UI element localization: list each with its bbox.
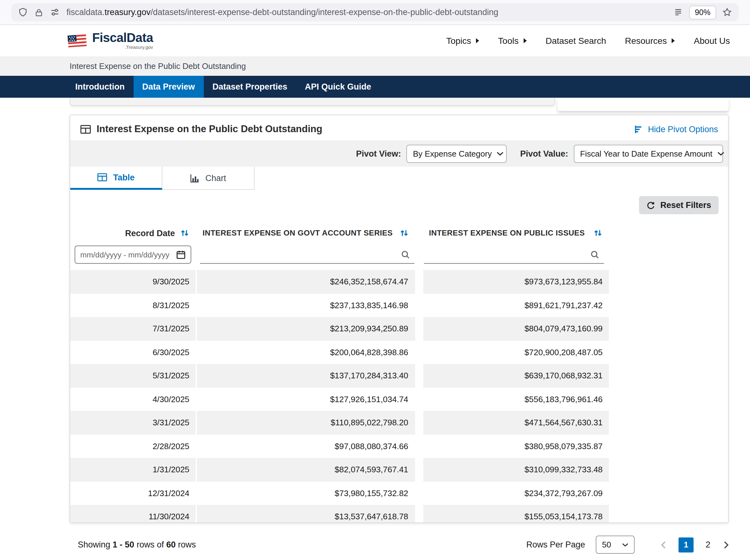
showing-total: 60	[166, 540, 176, 549]
page-2-button[interactable]: 2	[702, 540, 714, 549]
nav-label: Dataset Search	[546, 36, 606, 46]
column-label: INTEREST EXPENSE ON PUBLIC ISSUES	[429, 229, 585, 237]
public-issues-cell: $973,673,123,955.84	[423, 270, 609, 293]
reader-mode-icon[interactable]	[673, 7, 683, 17]
rows-per-page-value: 50	[602, 540, 611, 549]
search-icon[interactable]	[590, 250, 599, 259]
showing-rows-text: Showing 1 - 50 rows of 60 rows	[70, 540, 196, 549]
nav-item-dataset-search[interactable]: Dataset Search	[546, 36, 606, 46]
record-date-cell: 4/30/2025	[70, 388, 196, 411]
sort-icon[interactable]	[593, 229, 603, 237]
pivot-chart-icon	[634, 124, 644, 134]
scrolled-card-bottom	[557, 98, 729, 111]
tab-data-preview[interactable]: Data Preview	[133, 76, 203, 98]
chevron-right-icon	[672, 38, 675, 43]
bookmark-star-icon[interactable]	[723, 7, 732, 17]
calendar-icon[interactable]	[176, 250, 185, 259]
govt-account-series-search-input[interactable]	[204, 250, 401, 259]
refresh-icon	[647, 201, 655, 209]
address-url[interactable]: fiscaldata.treasury.gov/datasets/interes…	[66, 7, 667, 17]
govt-account-series-cell: $97,088,080,374.66	[197, 434, 415, 458]
column-label: Record Date	[125, 228, 175, 238]
logo-title: FiscalData	[92, 31, 153, 44]
shield-icon[interactable]	[18, 7, 27, 17]
nav-label: Topics	[446, 36, 471, 46]
breadcrumb-text: Interest Expense on the Public Debt Outs…	[70, 61, 246, 71]
pagination-controls: Rows Per Page 50 1 2	[526, 536, 729, 554]
tab-api-quick-guide[interactable]: API Quick Guide	[296, 76, 380, 98]
sort-icon[interactable]	[180, 229, 190, 237]
tab-chart-view[interactable]: Chart	[162, 167, 255, 190]
public-issues-filter[interactable]	[424, 246, 604, 264]
tab-table-view[interactable]: Table	[70, 167, 162, 190]
reset-filters-button[interactable]: Reset Filters	[639, 196, 719, 214]
table-row: 5/31/2025$137,170,284,313.40$639,170,068…	[70, 364, 728, 388]
date-range-input[interactable]	[80, 250, 173, 259]
public-issues-cell: $380,958,079,335.87	[423, 434, 609, 458]
site-header: FiscalData .Treasury.gov Topics Tools Da…	[0, 25, 750, 56]
sort-icon[interactable]	[399, 229, 409, 237]
column-header-govt-account-series: INTEREST EXPENSE ON GOVT ACCOUNT SERIES	[197, 229, 415, 237]
nav-item-topics[interactable]: Topics	[446, 36, 479, 46]
table-grid-icon	[98, 173, 107, 182]
table-row: 2/28/2025$97,088,080,374.66$380,958,079,…	[70, 434, 728, 458]
public-issues-search-input[interactable]	[428, 250, 590, 259]
nav-item-about-us[interactable]: About Us	[694, 36, 730, 46]
record-date-cell: 2/28/2025	[70, 434, 196, 458]
rows-per-page-select[interactable]: 50	[596, 536, 635, 554]
pager: 1 2	[661, 537, 729, 552]
record-date-cell: 1/31/2025	[70, 458, 196, 481]
previous-page-button[interactable]	[661, 541, 666, 548]
permissions-sliders-icon[interactable]	[50, 7, 60, 17]
tab-introduction[interactable]: Introduction	[66, 76, 133, 98]
data-preview-card: Interest Expense on the Public Debt Outs…	[70, 115, 729, 523]
nav-item-resources[interactable]: Resources	[625, 36, 675, 46]
nav-item-tools[interactable]: Tools	[498, 36, 527, 46]
govt-account-series-cell: $82,074,593,767.41	[197, 458, 415, 481]
next-page-button[interactable]	[724, 541, 729, 548]
record-date-cell: 8/31/2025	[70, 293, 196, 317]
page-1-button[interactable]: 1	[678, 537, 694, 552]
public-issues-cell: $891,621,791,237.42	[423, 293, 609, 317]
public-issues-cell: $310,099,332,733.48	[423, 458, 609, 481]
view-tabs: Table Chart	[70, 167, 728, 190]
table-row: 1/31/2025$82,074,593,767.41$310,099,332,…	[70, 458, 728, 481]
zoom-level-badge[interactable]: 90%	[690, 6, 715, 19]
chevron-down-icon	[622, 543, 628, 546]
record-date-cell: 12/31/2024	[70, 481, 196, 505]
browser-chrome: fiscaldata.treasury.gov/datasets/interes…	[0, 0, 750, 25]
record-date-cell: 9/30/2025	[70, 270, 196, 293]
record-date-filter[interactable]	[75, 246, 191, 264]
lock-icon[interactable]	[35, 8, 43, 17]
pivot-view-select[interactable]: By Expense Category	[407, 144, 507, 163]
url-bar[interactable]: fiscaldata.treasury.gov/datasets/interes…	[11, 3, 739, 21]
screen: fiscaldata.treasury.gov/datasets/interes…	[0, 0, 750, 560]
public-issues-cell: $471,564,567,630.31	[423, 411, 609, 434]
public-issues-cell: $556,183,796,961.46	[423, 388, 609, 411]
govt-account-series-filter[interactable]	[200, 246, 415, 264]
flag-logo-icon	[67, 34, 87, 48]
record-date-cell: 7/31/2025	[70, 317, 196, 340]
search-icon[interactable]	[401, 250, 410, 259]
pivot-value-selected-value: Fiscal Year to Date Expense Amount	[580, 149, 712, 158]
dataset-section-nav: Introduction Data Preview Dataset Proper…	[0, 76, 750, 98]
nav-label: Tools	[498, 36, 519, 46]
govt-account-series-cell: $127,926,151,034.74	[197, 388, 415, 411]
tab-chart-label: Chart	[205, 173, 226, 183]
table-row: 8/31/2025$237,133,835,146.98$891,621,791…	[70, 293, 728, 317]
govt-account-series-cell: $110,895,022,798.20	[197, 411, 415, 434]
chevron-right-icon	[524, 38, 527, 43]
pivot-value-select[interactable]: Fiscal Year to Date Expense Amount	[574, 144, 723, 163]
showing-mid: rows of	[134, 540, 166, 549]
hide-pivot-options-link[interactable]: Hide Pivot Options	[634, 124, 718, 134]
fiscaldata-logo[interactable]: FiscalData .Treasury.gov	[67, 31, 153, 50]
chevron-down-icon	[717, 151, 724, 155]
url-subdomain: fiscaldata.	[66, 7, 105, 17]
table-row: 11/30/2024$13,537,647,618.78$155,053,154…	[70, 505, 728, 523]
table-pagination-footer: Showing 1 - 50 rows of 60 rows Rows Per …	[70, 536, 729, 554]
public-issues-cell: $155,053,154,173.78	[423, 505, 609, 523]
showing-prefix: Showing	[78, 540, 113, 549]
showing-range: 1 - 50	[113, 540, 134, 549]
tab-dataset-properties[interactable]: Dataset Properties	[204, 76, 296, 98]
table-grid-icon	[80, 124, 91, 134]
